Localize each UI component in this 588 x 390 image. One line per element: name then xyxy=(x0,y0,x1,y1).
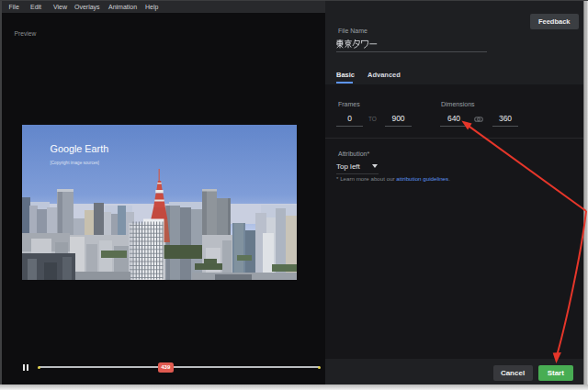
svg-text:[Copyright image sources]: [Copyright image sources] xyxy=(51,161,99,165)
svg-text:Google Earth: Google Earth xyxy=(51,143,109,154)
